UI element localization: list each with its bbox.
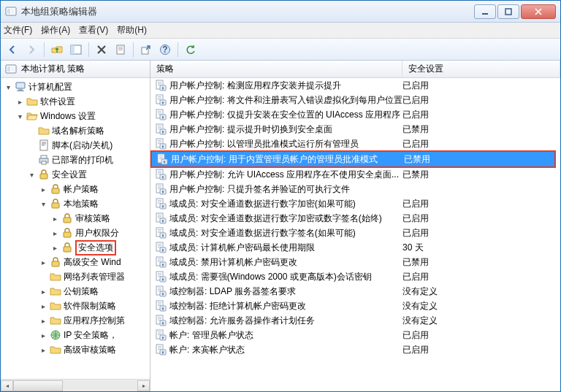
export-button[interactable]: [137, 41, 155, 58]
tree-item[interactable]: ▸软件限制策略: [1, 299, 150, 313]
scroll-track[interactable]: [13, 380, 137, 391]
expand-toggle[interactable]: ▸: [39, 302, 47, 310]
list-row[interactable]: 域控制器: 允许服务器操作者计划任务没有定义: [150, 313, 560, 328]
expand-toggle[interactable]: ▾: [39, 200, 47, 208]
tree-item[interactable]: ▸审核策略: [1, 211, 150, 226]
tree-item[interactable]: ▸高级安全 Wind: [1, 255, 150, 269]
expand-toggle[interactable]: ▸: [39, 185, 47, 193]
toolbar-separator: [133, 42, 134, 57]
tree-item[interactable]: 脚本(启动/关机): [1, 138, 150, 153]
up-button[interactable]: [48, 41, 66, 58]
policy-icon: [155, 344, 167, 356]
minimize-button[interactable]: [474, 4, 496, 19]
delete-button[interactable]: [93, 41, 110, 58]
tree-item[interactable]: ▸高级审核策略: [1, 342, 150, 357]
tree-item[interactable]: ▸用户权限分: [1, 226, 150, 240]
tree-item[interactable]: ▾计算机配置: [1, 80, 150, 94]
back-button[interactable]: [4, 41, 21, 58]
tree-item[interactable]: ▾安全设置: [1, 167, 150, 182]
list-row[interactable]: 域成员: 对安全通道数据进行数字签名(如果可能)已启用: [150, 226, 560, 240]
policy-setting: 已禁用: [402, 169, 560, 181]
properties-button[interactable]: [112, 41, 129, 58]
tree-item-label: 安全选项: [75, 240, 116, 255]
list-row[interactable]: 用户帐户控制: 以管理员批准模式运行所有管理员已启用: [150, 137, 560, 151]
list-row[interactable]: 用户帐户控制: 用于内置管理员帐户的管理员批准模式已禁用: [152, 152, 554, 166]
policy-name: 域控制器: 允许服务器操作者计划任务: [169, 315, 402, 327]
scroll-thumb[interactable]: [13, 380, 63, 391]
policy-name: 域成员: 对安全通道数据进行数字加密(如果可能): [169, 198, 402, 210]
expand-toggle[interactable]: ▸: [50, 244, 59, 252]
help-button[interactable]: [156, 41, 174, 58]
policy-setting: 已启用: [402, 329, 560, 342]
expand-toggle[interactable]: ▸: [15, 98, 24, 106]
expand-toggle[interactable]: ▸: [39, 258, 47, 266]
policy-name: 用户帐户控制: 允许 UIAccess 应用程序在不使用安全桌面...: [169, 169, 402, 181]
toolbar: [1, 39, 560, 61]
tree-item[interactable]: ▸帐户策略: [1, 182, 150, 196]
tree-hscroll[interactable]: ◂ ▸: [1, 379, 150, 391]
list-row[interactable]: 域成员: 禁用计算机帐户密码更改已禁用: [150, 255, 560, 269]
show-hide-tree-button[interactable]: [67, 41, 85, 58]
expand-toggle[interactable]: ▸: [50, 229, 59, 237]
tree-item[interactable]: ▸公钥策略: [1, 284, 150, 299]
tree-item-label: 高级审核策略: [64, 344, 116, 356]
window-title: 本地组策略编辑器: [21, 5, 474, 18]
list-row[interactable]: 域成员: 对安全通道数据进行数字加密或数字签名(始终)已启用: [150, 211, 560, 226]
menu-help[interactable]: 帮助(H): [117, 24, 147, 36]
expand-toggle[interactable]: ▾: [4, 83, 12, 91]
expand-toggle[interactable]: ▸: [50, 215, 59, 223]
policy-icon: [155, 227, 167, 239]
scroll-right-button[interactable]: ▸: [137, 380, 150, 391]
expand-toggle[interactable]: ▾: [15, 112, 24, 120]
tree-item[interactable]: 域名解析策略: [1, 123, 150, 138]
forward-button[interactable]: [23, 41, 40, 58]
list-pane: 策略 安全设置 用户帐户控制: 检测应用程序安装并提示提升已启用用户帐户控制: …: [150, 61, 560, 391]
list-row[interactable]: 用户帐户控制: 允许 UIAccess 应用程序在不使用安全桌面...已禁用: [150, 167, 560, 182]
ip-icon: [50, 329, 61, 341]
tree-header[interactable]: 本地计算机 策略: [1, 61, 150, 78]
tree-body[interactable]: ▾计算机配置▸软件设置▾Windows 设置域名解析策略脚本(启动/关机)已部署…: [1, 78, 150, 379]
tree-item[interactable]: ▾本地策略: [1, 196, 150, 211]
list-row[interactable]: 用户帐户控制: 检测应用程序安装并提示提升已启用: [150, 78, 560, 93]
list-row[interactable]: 帐户: 来宾帐户状态已启用: [150, 342, 560, 357]
column-setting[interactable]: 安全设置: [402, 61, 560, 77]
list-row[interactable]: 域成员: 对安全通道数据进行数字加密(如果可能)已启用: [150, 196, 560, 211]
list-row[interactable]: 域控制器: 拒绝计算机帐户密码更改没有定义: [150, 299, 560, 313]
refresh-button[interactable]: [182, 41, 199, 58]
tree-item-label: 本地策略: [64, 198, 99, 210]
expand-toggle[interactable]: ▸: [39, 317, 47, 325]
close-button[interactable]: [521, 4, 556, 19]
policy-setting: 没有定义: [402, 300, 560, 312]
expand-toggle[interactable]: ▸: [39, 346, 47, 354]
scroll-left-button[interactable]: ◂: [1, 380, 13, 391]
list-row[interactable]: 用户帐户控制: 将文件和注册表写入错误虚拟化到每用户位置已启用: [150, 93, 560, 107]
policy-icon: [156, 153, 168, 165]
list-row[interactable]: 帐户: 管理员帐户状态已启用: [150, 328, 560, 342]
list-row[interactable]: 用户帐户控制: 提示提升时切换到安全桌面已禁用: [150, 122, 560, 137]
list-body[interactable]: 用户帐户控制: 检测应用程序安装并提示提升已启用用户帐户控制: 将文件和注册表写…: [150, 78, 560, 391]
column-policy[interactable]: 策略: [150, 61, 402, 77]
tree-item[interactable]: ▸应用程序控制第: [1, 313, 150, 328]
lock-sub-icon: [61, 212, 73, 224]
expand-toggle[interactable]: ▸: [39, 288, 47, 296]
tree-item[interactable]: 网络列表管理器: [1, 269, 150, 284]
tree-item[interactable]: ▸安全选项: [1, 240, 150, 255]
tree-item[interactable]: ▾Windows 设置: [1, 109, 150, 123]
menu-file[interactable]: 文件(F): [4, 24, 32, 36]
titlebar[interactable]: 本地组策略编辑器: [1, 1, 560, 23]
expand-toggle[interactable]: ▸: [39, 331, 47, 339]
tree-item[interactable]: 已部署的打印机: [1, 153, 150, 167]
menu-action[interactable]: 操作(A): [41, 24, 70, 36]
menu-view[interactable]: 查看(V): [79, 24, 108, 36]
list-row[interactable]: 域成员: 需要强(Windows 2000 或更高版本)会话密钥已启用: [150, 269, 560, 284]
list-row[interactable]: 域控制器: LDAP 服务器签名要求没有定义: [150, 284, 560, 299]
tree-item[interactable]: ▸IP 安全策略，: [1, 328, 150, 342]
tree-item[interactable]: ▸软件设置: [1, 94, 150, 109]
list-row[interactable]: 域成员: 计算机帐户密码最长使用期限30 天: [150, 240, 560, 255]
properties-icon: [115, 44, 126, 55]
maximize-button[interactable]: [497, 4, 519, 19]
maximize-icon: [505, 8, 512, 15]
list-row[interactable]: 用户帐户控制: 仅提升安装在安全位置的 UIAccess 应用程序已启用: [150, 107, 560, 122]
expand-toggle[interactable]: ▾: [27, 171, 36, 179]
list-row[interactable]: 用户帐户控制: 只提升签名并验证的可执行文件: [150, 182, 560, 196]
